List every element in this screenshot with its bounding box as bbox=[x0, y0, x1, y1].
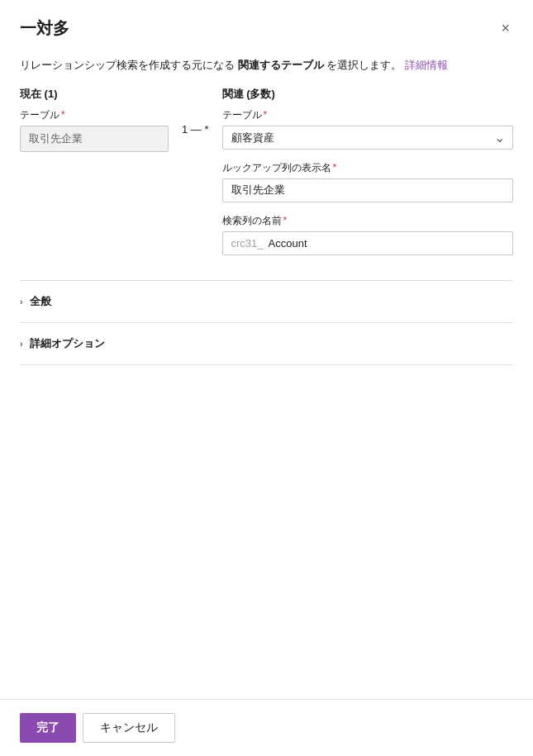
relation-connector: 1 — * bbox=[182, 87, 209, 136]
current-table-label: テーブル* bbox=[20, 108, 169, 122]
required-star-related: * bbox=[264, 109, 268, 121]
chevron-right-icon: › bbox=[20, 297, 23, 307]
lookup-display-field: ルックアップ列の表示名* bbox=[222, 161, 513, 202]
related-column: 関連 (多数) テーブル* 顧客資産 ルックアップ列の表示名* bbox=[222, 87, 513, 267]
description-text-bold: 関連するテーブル bbox=[238, 59, 324, 71]
close-button[interactable]: × bbox=[497, 17, 513, 40]
search-column-prefix: crc31_ bbox=[223, 232, 269, 254]
general-accordion-label: 全般 bbox=[30, 294, 51, 309]
dialog-header: 一対多 × bbox=[0, 0, 533, 50]
current-table-value: 取引先企業 bbox=[20, 126, 169, 152]
required-star-lookup: * bbox=[333, 162, 337, 174]
general-accordion-header[interactable]: › 全般 bbox=[20, 281, 513, 323]
advanced-accordion-section: › 詳細オプション bbox=[0, 323, 533, 365]
related-section-label: 関連 (多数) bbox=[222, 87, 513, 102]
current-table-field: テーブル* 取引先企業 bbox=[20, 108, 169, 152]
current-section-label: 現在 (1) bbox=[20, 87, 169, 102]
form-section: 現在 (1) テーブル* 取引先企業 1 — * 関連 (多数) テーブル* 顧… bbox=[0, 87, 533, 280]
description-text-part1: リレーションシップ検索を作成する元になる bbox=[20, 59, 238, 71]
search-column-field: 検索列の名前* crc31_ bbox=[222, 214, 513, 255]
advanced-accordion-label: 詳細オプション bbox=[30, 336, 105, 351]
lookup-label: ルックアップ列の表示名* bbox=[222, 161, 513, 175]
description-text-part2: を選択します。 bbox=[324, 59, 402, 71]
dialog-footer: 完了 キャンセル bbox=[0, 699, 533, 756]
dialog-title: 一対多 bbox=[20, 17, 69, 40]
lookup-input[interactable] bbox=[222, 178, 513, 202]
chevron-right-icon-advanced: › bbox=[20, 339, 23, 349]
related-table-select[interactable]: 顧客資産 bbox=[222, 126, 513, 150]
advanced-accordion-header[interactable]: › 詳細オプション bbox=[20, 323, 513, 365]
required-star-search: * bbox=[283, 215, 288, 226]
dialog: 一対多 × リレーションシップ検索を作成する元になる 関連するテーブル を選択し… bbox=[0, 0, 533, 756]
close-icon: × bbox=[501, 20, 510, 37]
search-column-label: 検索列の名前* bbox=[222, 214, 513, 228]
related-table-field: テーブル* 顧客資産 bbox=[222, 108, 513, 150]
current-column: 現在 (1) テーブル* 取引先企業 bbox=[20, 87, 169, 164]
general-accordion-section: › 全般 bbox=[0, 281, 533, 323]
search-column-input[interactable] bbox=[269, 232, 512, 254]
search-column-input-wrapper: crc31_ bbox=[222, 231, 513, 255]
related-table-label: テーブル* bbox=[222, 108, 513, 122]
done-button[interactable]: 完了 bbox=[20, 713, 76, 743]
details-link[interactable]: 詳細情報 bbox=[405, 59, 448, 71]
required-star: * bbox=[61, 109, 65, 121]
related-table-select-wrapper[interactable]: 顧客資産 bbox=[222, 126, 513, 150]
dialog-description: リレーションシップ検索を作成する元になる 関連するテーブル を選択します。 詳細… bbox=[0, 50, 533, 87]
cancel-button[interactable]: キャンセル bbox=[83, 713, 175, 743]
